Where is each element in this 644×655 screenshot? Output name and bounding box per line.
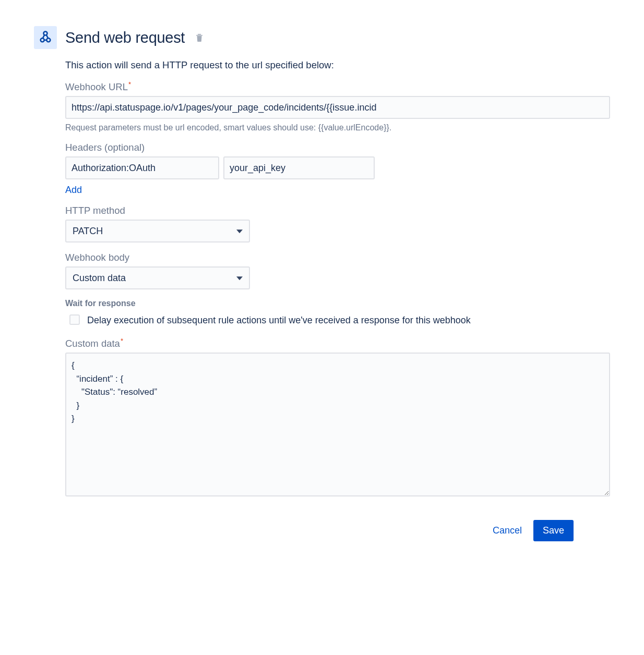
delay-execution-checkbox[interactable] bbox=[69, 314, 80, 325]
custom-data-textarea[interactable]: { “incident” : { "Status": “resolved” } … bbox=[65, 353, 610, 496]
webhook-url-input[interactable] bbox=[65, 96, 610, 119]
webhook-body-field-group: Webhook body Custom data bbox=[65, 252, 610, 289]
header-key-input[interactable] bbox=[65, 156, 219, 179]
delete-icon[interactable] bbox=[195, 33, 204, 42]
add-header-link[interactable]: Add bbox=[65, 185, 82, 196]
header-value-input[interactable] bbox=[223, 156, 375, 179]
webhook-icon-box bbox=[34, 26, 57, 49]
webhook-url-help: Request parameters must be url encoded, … bbox=[65, 123, 610, 132]
http-method-label: HTTP method bbox=[65, 205, 610, 216]
http-method-field-group: HTTP method PATCH bbox=[65, 205, 610, 242]
wait-for-response-group: Wait for response Delay execution of sub… bbox=[65, 299, 610, 328]
webhook-url-field-group: Webhook URL* Request parameters must be … bbox=[65, 80, 610, 132]
webhook-url-label: Webhook URL* bbox=[65, 80, 610, 93]
page-title: Send web request bbox=[65, 29, 185, 46]
save-button[interactable]: Save bbox=[533, 520, 574, 541]
footer-actions: Cancel Save bbox=[34, 520, 610, 541]
form-content: This action will send a HTTP request to … bbox=[65, 59, 610, 498]
action-description: This action will send a HTTP request to … bbox=[65, 59, 610, 71]
webhook-icon bbox=[38, 30, 53, 46]
custom-data-field-group: Custom data* { “incident” : { "Status": … bbox=[65, 337, 610, 498]
svg-point-1 bbox=[46, 38, 50, 42]
svg-point-2 bbox=[44, 31, 47, 35]
headers-label: Headers (optional) bbox=[65, 142, 610, 153]
webhook-body-label: Webhook body bbox=[65, 252, 610, 263]
webhook-body-select[interactable]: Custom data bbox=[65, 266, 250, 289]
headers-field-group: Headers (optional) Add bbox=[65, 142, 610, 196]
cancel-button[interactable]: Cancel bbox=[491, 521, 524, 540]
http-method-select[interactable]: PATCH bbox=[65, 220, 250, 242]
header: Send web request bbox=[34, 26, 610, 49]
wait-for-response-label: Wait for response bbox=[65, 299, 610, 308]
svg-point-0 bbox=[41, 38, 44, 42]
custom-data-label: Custom data* bbox=[65, 337, 610, 349]
delay-execution-label: Delay execution of subsequent rule actio… bbox=[87, 313, 471, 328]
